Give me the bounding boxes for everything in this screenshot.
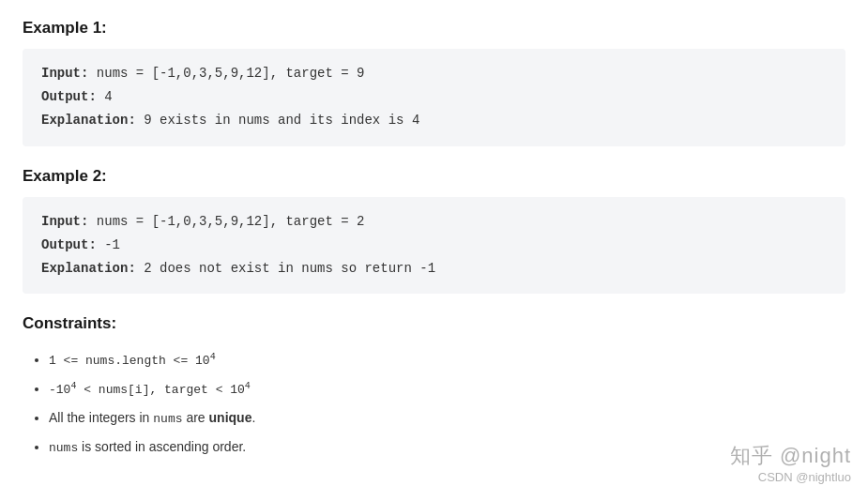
example-1-input-value: nums = [-1,0,3,5,9,12], target = 9: [97, 66, 365, 81]
example-2-output-line: Output: -1: [41, 234, 827, 257]
watermark: 知乎 @night CSDN @nightluo: [730, 442, 851, 484]
example-1-explanation-value: 9 exists in nums and its index is 4: [144, 113, 419, 128]
constraints-list: 1 <= nums.length <= 104 -104 < nums[i], …: [23, 346, 845, 461]
constraint-1-text: 1 <= nums.length <= 104: [49, 354, 216, 368]
example-1-input-line: Input: nums = [-1,0,3,5,9,12], target = …: [41, 62, 827, 85]
example-2-box: Input: nums = [-1,0,3,5,9,12], target = …: [23, 197, 845, 295]
example-1-output-line: Output: 4: [41, 85, 827, 109]
example-2-title: Example 2:: [23, 167, 845, 186]
constraint-4-code: nums: [49, 441, 78, 455]
example-2-output-value: -1: [104, 237, 120, 252]
input-label-2: Input:: [41, 214, 88, 229]
example-2-section: Example 2: Input: nums = [-1,0,3,5,9,12]…: [23, 167, 845, 295]
example-1-box: Input: nums = [-1,0,3,5,9,12], target = …: [23, 49, 845, 146]
watermark-csdn: CSDN @nightluo: [730, 470, 851, 484]
explanation-label: Explanation:: [41, 113, 136, 128]
watermark-zhihu: 知乎 @night: [730, 442, 851, 470]
example-2-explanation-value: 2 does not exist in nums so return -1: [144, 261, 435, 276]
constraint-item-2: -104 < nums[i], target < 104: [49, 375, 845, 402]
constraint-item-3: All the integers in nums are unique.: [49, 404, 845, 432]
input-label: Input:: [41, 66, 88, 81]
example-1-section: Example 1: Input: nums = [-1,0,3,5,9,12]…: [23, 19, 845, 146]
output-label: Output:: [41, 89, 97, 104]
explanation-label-2: Explanation:: [41, 261, 136, 276]
constraint-2-text: -104 < nums[i], target < 104: [49, 383, 251, 397]
constraint-item-1: 1 <= nums.length <= 104: [49, 346, 845, 373]
output-label-2: Output:: [41, 237, 97, 252]
example-1-output-value: 4: [104, 89, 112, 104]
example-1-title: Example 1:: [23, 19, 845, 38]
constraints-title: Constraints:: [23, 314, 845, 333]
constraint-3-text: All the integers in nums are unique.: [49, 410, 255, 425]
constraint-4-text: is sorted in ascending order.: [78, 439, 246, 454]
example-2-input-line: Input: nums = [-1,0,3,5,9,12], target = …: [41, 210, 827, 234]
example-2-input-value: nums = [-1,0,3,5,9,12], target = 2: [97, 214, 365, 229]
example-1-explanation-line: Explanation: 9 exists in nums and its in…: [41, 109, 827, 132]
example-2-explanation-line: Explanation: 2 does not exist in nums so…: [41, 257, 827, 281]
constraints-section: Constraints: 1 <= nums.length <= 104 -10…: [23, 314, 845, 461]
constraint-item-4: nums is sorted in ascending order.: [49, 433, 845, 461]
